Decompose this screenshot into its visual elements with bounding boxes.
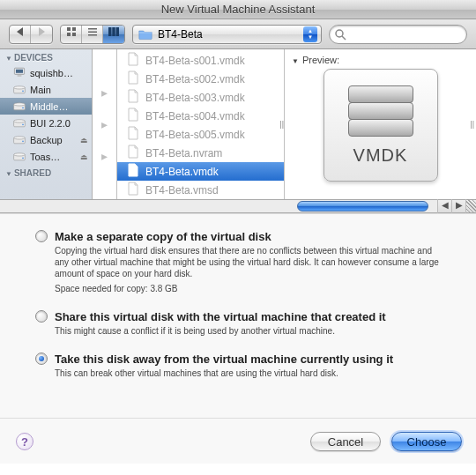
eject-icon[interactable]: ⏏: [80, 152, 88, 161]
column-0[interactable]: ▸ ▸ ▸: [93, 49, 117, 199]
file-row[interactable]: BT4-Beta.vmdk: [117, 162, 284, 181]
svg-rect-9: [108, 27, 112, 36]
option-title: Take this disk away from the virtual mac…: [55, 353, 393, 366]
sidebar-item-label: Toas…: [30, 152, 60, 162]
disk-option: Take this disk away from the virtual mac…: [35, 353, 450, 379]
scrollbar-track[interactable]: [0, 200, 437, 212]
svg-point-23: [22, 107, 24, 108]
window-titlebar: New Virtual Machine Assistant: [0, 0, 476, 19]
svg-marker-0: [17, 27, 23, 36]
option-extra: Space needed for copy: 3.8 GB: [55, 283, 450, 294]
file-column: BT4-Beta-s001.vmdkBT4-Beta-s002.vmdkBT4-…: [117, 49, 285, 199]
column-view-button[interactable]: [103, 26, 124, 43]
option-radio[interactable]: [35, 230, 48, 242]
sidebar-item[interactable]: BUI 2.2.0: [0, 115, 92, 131]
file-row[interactable]: BT4-Beta.nvram: [117, 144, 284, 162]
options-sheet: Make a separate copy of the virtual disk…: [0, 213, 476, 418]
svg-rect-6: [88, 28, 97, 30]
nav-back-forward: [9, 25, 53, 44]
file-browser: ▼DEVICES squishb…MainMiddle…BUI 2.2.0Bac…: [0, 49, 476, 199]
svg-rect-4: [67, 33, 71, 36]
cancel-button[interactable]: Cancel: [310, 432, 381, 451]
triangle-left-icon: [14, 26, 26, 38]
sidebar-item-label: Main: [30, 85, 51, 95]
sidebar-devices-header: ▼DEVICES: [0, 49, 92, 64]
option-description: This might cause a conflict if it is bei…: [55, 325, 450, 337]
chevron-right-icon: ▸: [101, 117, 108, 131]
file-row[interactable]: BT4-Beta-s002.vmdk: [117, 70, 284, 88]
svg-rect-5: [72, 33, 76, 36]
sidebar-shared-header: ▼SHARED: [0, 165, 92, 180]
file-name: BT4-Beta-s005.vmdk: [145, 129, 245, 141]
window-title: New Virtual Machine Assistant: [161, 3, 316, 16]
svg-rect-12: [139, 32, 152, 33]
file-name: BT4-Beta-s001.vmdk: [145, 55, 245, 67]
scroll-right-button[interactable]: ▶: [451, 199, 465, 213]
column-resize-handle[interactable]: ||: [470, 121, 474, 128]
file-preview-icon: VMDK: [324, 69, 438, 182]
back-button[interactable]: [10, 26, 31, 43]
document-icon: [126, 89, 140, 106]
svg-point-26: [22, 123, 24, 125]
svg-rect-3: [72, 27, 76, 31]
choose-button[interactable]: Choose: [391, 432, 462, 451]
file-row[interactable]: BT4-Beta-s005.vmdk: [117, 125, 284, 144]
path-popup[interactable]: BT4-Beta: [132, 25, 322, 44]
file-type-badge: VMDK: [353, 145, 408, 166]
file-row[interactable]: BT4-Beta-s004.vmdk: [117, 107, 284, 125]
drive-icon: [12, 133, 26, 147]
sidebar-item-label: BUI 2.2.0: [30, 118, 71, 129]
sidebar-item-label: Backup: [30, 135, 63, 145]
document-icon: [126, 71, 140, 87]
option-description: This can break other virtual machines th…: [55, 367, 450, 379]
list-icon: [86, 26, 99, 38]
horizontal-scrollbar[interactable]: ◀ ▶: [0, 199, 476, 213]
svg-point-20: [22, 90, 24, 92]
sidebar-item[interactable]: squishb…: [0, 64, 92, 81]
svg-rect-16: [16, 69, 23, 72]
option-radio[interactable]: [35, 353, 48, 365]
svg-point-19: [14, 85, 26, 88]
svg-point-32: [22, 157, 24, 159]
option-radio[interactable]: [35, 310, 48, 323]
svg-rect-11: [116, 27, 120, 36]
eject-icon[interactable]: ⏏: [80, 136, 88, 145]
sidebar: ▼DEVICES squishb…MainMiddle…BUI 2.2.0Bac…: [0, 49, 93, 199]
chevron-right-icon: ▸: [101, 149, 108, 163]
document-icon: [126, 126, 140, 143]
sidebar-item[interactable]: Toas…⏏: [0, 148, 92, 165]
chevron-right-icon: ▸: [101, 85, 108, 100]
svg-point-31: [14, 152, 26, 155]
file-name: BT4-Beta.vmdk: [145, 166, 219, 178]
file-row[interactable]: BT4-Beta-s001.vmdk: [117, 51, 284, 70]
sidebar-item[interactable]: Backup⏏: [0, 131, 92, 148]
svg-line-14: [342, 36, 346, 40]
forward-button[interactable]: [31, 26, 52, 43]
file-name: BT4-Beta-s003.vmdk: [145, 92, 245, 104]
disk-option: Make a separate copy of the virtual disk…: [35, 230, 450, 294]
svg-point-28: [14, 136, 26, 138]
folder-icon: [138, 28, 152, 41]
drive-icon: [12, 66, 26, 80]
triangle-right-icon: [35, 26, 48, 38]
svg-rect-10: [112, 27, 115, 36]
svg-point-29: [22, 140, 24, 142]
path-label: BT4-Beta: [158, 28, 298, 41]
svg-rect-8: [88, 34, 97, 36]
preview-header: ▼Preview:: [292, 55, 339, 65]
scrollbar-thumb[interactable]: [297, 201, 428, 212]
browser-resize-grip[interactable]: [465, 199, 476, 213]
column-resize-handle[interactable]: ||: [279, 121, 284, 128]
search-input[interactable]: [329, 25, 467, 44]
scroll-left-button[interactable]: ◀: [437, 199, 451, 213]
file-name: BT4-Beta-s002.vmdk: [145, 73, 245, 85]
file-row[interactable]: BT4-Beta.vmsd: [117, 181, 284, 199]
column-view: ▸ ▸ ▸ BT4-Beta-s001.vmdkBT4-Beta-s002.vm…: [93, 49, 476, 199]
file-row[interactable]: BT4-Beta-s003.vmdk: [117, 88, 284, 107]
sidebar-item[interactable]: Main: [0, 81, 92, 98]
list-view-button[interactable]: [82, 26, 103, 43]
document-icon: [126, 163, 140, 180]
icon-view-button[interactable]: [61, 26, 82, 43]
help-button[interactable]: ?: [16, 433, 33, 450]
sidebar-item[interactable]: Middle…: [0, 98, 92, 115]
